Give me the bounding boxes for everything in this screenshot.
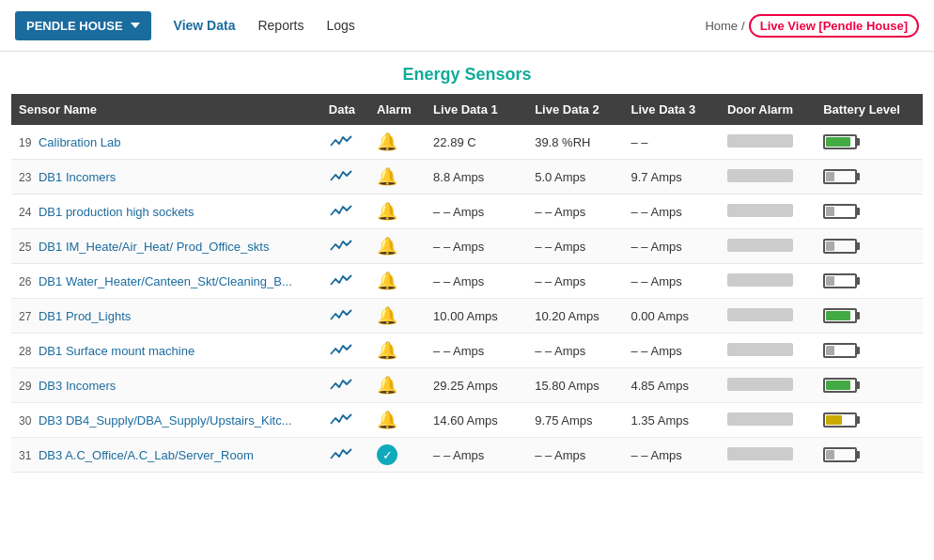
live-data-3-cell: – – Amps	[624, 334, 720, 368]
live-data-3-cell: 1.35 Amps	[624, 403, 720, 438]
table-row: 30 DB3 DB4_Supply/DBA_Supply/Upstairs_Ki…	[11, 403, 923, 438]
sensor-name-cell: 28 DB1 Surface mount machine	[11, 334, 321, 368]
row-number: 23	[19, 171, 31, 184]
table-row: 29 DB3 Incomers 🔔 29.25 Amps 15.80 Amps …	[11, 368, 923, 403]
battery-body	[823, 169, 857, 184]
breadcrumb-sep: /	[741, 19, 745, 33]
battery-body	[823, 308, 857, 323]
door-alarm-cell	[720, 229, 816, 264]
sensor-name-link[interactable]: DB1 IM_Heate/Air_Heat/ Prod_Office_skts	[39, 240, 269, 254]
door-alarm-cell	[720, 264, 816, 299]
sensor-name-link[interactable]: DB1 Prod_Lights	[39, 309, 131, 323]
door-alarm-bar	[727, 239, 793, 252]
live-data-3-cell: – – Amps	[624, 194, 720, 229]
chart-icon[interactable]	[329, 167, 355, 184]
battery-body	[823, 239, 857, 254]
sensor-name-link[interactable]: DB1 Incomers	[39, 170, 116, 184]
col-header-door-alarm: Door Alarm	[720, 94, 816, 125]
battery-body	[823, 447, 857, 462]
battery-fill	[826, 346, 834, 355]
chart-icon[interactable]	[329, 272, 355, 288]
alarm-bell-icon: 🔔	[377, 237, 397, 256]
brand-caret-icon	[131, 23, 140, 28]
sensors-table: Sensor Name Data Alarm Live Data 1 Live …	[11, 94, 923, 473]
battery-indicator	[823, 273, 857, 288]
alarm-bell-icon: 🔔	[377, 167, 397, 186]
live-data-2-cell: 39.8 %RH	[527, 125, 623, 160]
chart-icon[interactable]	[329, 445, 355, 462]
alarm-cell: 🔔	[369, 229, 426, 264]
chart-icon[interactable]	[329, 132, 355, 149]
chart-icon[interactable]	[329, 202, 355, 219]
battery-indicator	[823, 447, 857, 462]
chart-icon[interactable]	[329, 306, 355, 323]
data-chart-cell	[321, 438, 369, 473]
chart-icon[interactable]	[329, 376, 355, 393]
data-chart-cell	[321, 160, 369, 194]
sensor-name-link[interactable]: DB1 production high sockets	[39, 205, 194, 219]
battery-indicator	[823, 204, 857, 219]
row-number: 29	[19, 380, 31, 393]
live-data-1-cell: 10.00 Amps	[426, 299, 527, 334]
table-row: 26 DB1 Water_Heater/Canteen_Skt/Cleaning…	[11, 264, 923, 299]
alarm-cell: 🔔	[369, 160, 426, 194]
door-alarm-cell	[720, 299, 816, 334]
live-data-2-cell: – – Amps	[527, 264, 623, 299]
sensor-name-link[interactable]: DB3 A.C_Office/A.C_Lab/Server_Room	[39, 448, 254, 462]
sensor-name-cell: 26 DB1 Water_Heater/Canteen_Skt/Cleaning…	[11, 264, 321, 299]
battery-cell	[816, 334, 923, 368]
breadcrumb: Home / Live View [Pendle House]	[705, 14, 919, 38]
sensor-name-link[interactable]: DB1 Water_Heater/Canteen_Skt/Cleaning_B.…	[39, 274, 292, 288]
battery-indicator	[823, 308, 857, 323]
alarm-cell: 🔔	[369, 125, 426, 160]
chart-icon[interactable]	[329, 237, 355, 254]
live-data-2-cell: 10.20 Amps	[527, 299, 623, 334]
door-alarm-cell	[720, 125, 816, 160]
sensor-name-link[interactable]: DB3 Incomers	[39, 379, 116, 393]
live-data-2-cell: – – Amps	[527, 194, 623, 229]
alarm-bell-icon: 🔔	[377, 411, 397, 429]
table-row: 19 Calibration Lab 🔔 22.89 C 39.8 %RH – …	[11, 125, 923, 160]
live-data-3-cell: 9.7 Amps	[624, 160, 720, 194]
brand-button[interactable]: PENDLE HOUSE	[15, 11, 151, 40]
main-nav: View Data Reports Logs	[174, 14, 355, 37]
breadcrumb-home[interactable]: Home	[705, 19, 738, 33]
sensor-name-link[interactable]: DB1 Surface mount machine	[39, 344, 195, 358]
row-number: 28	[19, 345, 31, 358]
sensor-name-cell: 23 DB1 Incomers	[11, 160, 321, 194]
battery-fill	[826, 450, 834, 459]
col-header-battery: Battery Level	[816, 94, 923, 125]
brand-label: PENDLE HOUSE	[26, 19, 123, 33]
battery-fill	[826, 207, 834, 216]
battery-cell	[816, 229, 923, 264]
sensor-name-link[interactable]: Calibration Lab	[39, 135, 120, 149]
alarm-cell: 🔔	[369, 194, 426, 229]
live-data-1-cell: – – Amps	[426, 264, 527, 299]
row-number: 19	[19, 136, 31, 149]
sensors-table-wrap: Sensor Name Data Alarm Live Data 1 Live …	[0, 94, 934, 473]
table-row: 27 DB1 Prod_Lights 🔔 10.00 Amps 10.20 Am…	[11, 299, 923, 334]
battery-body	[823, 378, 857, 393]
alarm-bell-icon: 🔔	[377, 306, 397, 325]
col-header-sensor-name: Sensor Name	[11, 94, 321, 125]
row-number: 26	[19, 275, 31, 288]
battery-indicator	[823, 239, 857, 254]
nav-reports[interactable]: Reports	[257, 14, 304, 37]
nav-logs[interactable]: Logs	[327, 14, 355, 37]
col-header-live1: Live Data 1	[426, 94, 527, 125]
door-alarm-bar	[727, 273, 793, 287]
breadcrumb-live-view: Live View [Pendle House]	[749, 14, 919, 38]
live-data-3-cell: – – Amps	[624, 438, 720, 473]
alarm-bell-icon: 🔔	[377, 376, 397, 395]
sensor-name-link[interactable]: DB3 DB4_Supply/DBA_Supply/Upstairs_Kitc.…	[39, 413, 292, 428]
chart-icon[interactable]	[329, 411, 355, 428]
nav-view-data[interactable]: View Data	[174, 14, 236, 37]
alarm-check-icon: ✓	[377, 444, 397, 465]
chart-icon[interactable]	[329, 341, 355, 358]
battery-fill	[826, 381, 850, 390]
battery-fill	[826, 311, 850, 320]
battery-indicator	[823, 134, 857, 149]
data-chart-cell	[321, 299, 369, 334]
row-number: 30	[19, 414, 31, 428]
live-data-1-cell: – – Amps	[426, 194, 527, 229]
